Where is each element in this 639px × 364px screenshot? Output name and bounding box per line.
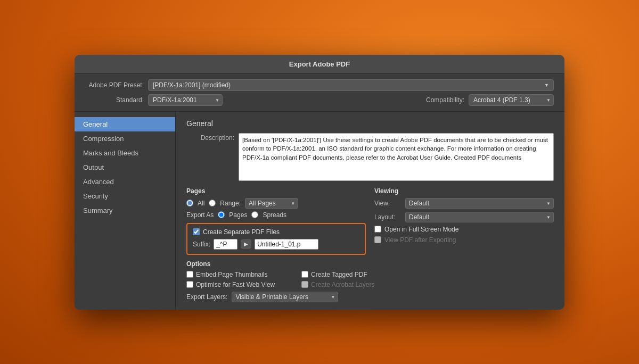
spreads-radio[interactable] (251, 211, 258, 218)
preset-row: Adobe PDF Preset: [PDF/X-1a:2001] (modif… (85, 79, 554, 91)
col-left: Pages All Range: All Pages Expo (186, 187, 366, 255)
sidebar-item-summary[interactable]: Summary (75, 203, 175, 218)
content-panel: General Description: [Based on '[PDF/X-1… (176, 112, 564, 310)
suffix-arrow-btn[interactable]: ▶ (241, 239, 251, 249)
pages-radio[interactable] (218, 211, 225, 218)
view-select[interactable]: Default (405, 198, 554, 209)
options-group-title: Options (186, 260, 554, 268)
two-col: Pages All Range: All Pages Expo (186, 187, 554, 255)
all-radio-label: All (198, 200, 204, 207)
layers-select-wrap: Visible & Printable Layers Visible Layer… (232, 292, 338, 302)
create-tagged-label: Create Tagged PDF (311, 271, 367, 278)
standard-label: Standard: (85, 96, 144, 104)
optimise-checkbox[interactable] (186, 281, 193, 288)
opt-row-2: Optimise for Fast Web View Create Acroba… (186, 281, 554, 288)
dialog-title: Export Adobe PDF (289, 60, 350, 68)
opt-row-1: Embed Page Thumbnails Create Tagged PDF (186, 271, 554, 278)
suffix-row: Suffix: ▶ (193, 239, 359, 250)
description-label: Description: (186, 133, 234, 142)
compat-select[interactable]: Acrobat 4 (PDF 1.3) (469, 94, 554, 106)
options-section: Options Embed Page Thumbnails Create Tag… (186, 260, 554, 302)
preset-value: [PDF/X-1a:2001] (modified) (153, 81, 231, 89)
title-bar: Export Adobe PDF (75, 55, 564, 74)
layers-select[interactable]: Visible & Printable Layers Visible Layer… (232, 292, 338, 302)
range-radio[interactable] (209, 200, 216, 206)
export-layers-label: Export Layers: (186, 293, 227, 301)
optimise-label: Optimise for Fast Web View (196, 281, 275, 288)
view-after-checkbox (374, 236, 381, 243)
suffix-input[interactable] (214, 239, 237, 250)
full-screen-row: Open in Full Screen Mode (374, 226, 554, 233)
export-layers-row: Export Layers: Visible & Printable Layer… (186, 292, 554, 302)
export-as-label: Export As (186, 211, 214, 219)
view-select-wrap: Default (405, 198, 554, 209)
suffix-preview[interactable] (255, 239, 318, 250)
create-acrobat-check: Create Acrobat Layers (301, 281, 408, 288)
create-acrobat-checkbox (301, 281, 308, 288)
preset-arrow-icon: ▼ (544, 82, 549, 88)
preset-label: Adobe PDF Preset: (85, 81, 144, 89)
range-select-wrap: All Pages (245, 198, 298, 209)
sidebar: General Compression Marks and Bleeds Out… (75, 112, 176, 310)
create-separate-row: Create Separate PDF Files (193, 228, 359, 236)
export-as-row: Export As Pages Spreads (186, 211, 366, 219)
col-right: Viewing View: Default Layout: (374, 187, 554, 255)
highlighted-box: Create Separate PDF Files Suffix: ▶ (186, 223, 366, 255)
layout-select[interactable]: Default (405, 212, 554, 222)
std-compat-row: Standard: PDF/X-1a:2001 Compatibility: A… (85, 94, 554, 106)
embed-thumbnails-check: Embed Page Thumbnails (186, 271, 293, 278)
sidebar-item-advanced[interactable]: Advanced (75, 175, 175, 189)
export-pdf-dialog: Export Adobe PDF Adobe PDF Preset: [PDF/… (75, 55, 564, 310)
create-tagged-check: Create Tagged PDF (301, 271, 408, 278)
create-tagged-checkbox[interactable] (301, 271, 308, 278)
full-screen-label: Open in Full Screen Mode (384, 226, 458, 233)
optimise-check: Optimise for Fast Web View (186, 281, 293, 288)
sidebar-item-compression[interactable]: Compression (75, 131, 175, 146)
range-select[interactable]: All Pages (245, 198, 298, 209)
compat-label: Compatibility: (426, 96, 464, 104)
compat-select-wrap: Acrobat 4 (PDF 1.3) (469, 94, 554, 106)
view-label: View: (374, 200, 401, 207)
description-text: [Based on '[PDF/X-1a:2001]'] Use these s… (242, 137, 548, 161)
embed-thumbnails-checkbox[interactable] (186, 271, 193, 278)
create-acrobat-label: Create Acrobat Layers (311, 281, 374, 288)
main-body: General Compression Marks and Bleeds Out… (75, 112, 564, 310)
sidebar-item-general[interactable]: General (75, 117, 175, 131)
spreads-radio-label: Spreads (263, 211, 286, 219)
standard-select-wrap: PDF/X-1a:2001 (148, 94, 223, 106)
description-box[interactable]: [Based on '[PDF/X-1a:2001]'] Use these s… (239, 133, 554, 181)
view-after-row: View PDF after Exporting (374, 236, 554, 244)
viewing-group-title: Viewing (374, 187, 554, 195)
standard-select[interactable]: PDF/X-1a:2001 (148, 94, 223, 106)
pages-group-title: Pages (186, 187, 366, 195)
layout-row: Layout: Default (374, 212, 554, 222)
sidebar-item-marks-bleeds[interactable]: Marks and Bleeds (75, 146, 175, 160)
embed-thumbnails-label: Embed Page Thumbnails (196, 271, 268, 278)
section-title: General (186, 119, 554, 128)
preset-dropdown[interactable]: [PDF/X-1a:2001] (modified) ▼ (148, 79, 554, 91)
sidebar-item-security[interactable]: Security (75, 189, 175, 203)
view-after-label: View PDF after Exporting (384, 236, 456, 244)
pages-radio-label: Pages (229, 211, 247, 219)
create-separate-label: Create Separate PDF Files (203, 228, 280, 236)
suffix-label: Suffix: (193, 241, 210, 248)
create-separate-checkbox[interactable] (193, 228, 200, 235)
layout-label: Layout: (374, 213, 401, 221)
top-controls: Adobe PDF Preset: [PDF/X-1a:2001] (modif… (75, 74, 564, 112)
layout-select-wrap: Default (405, 212, 554, 222)
description-row: Description: [Based on '[PDF/X-1a:2001]'… (186, 133, 554, 181)
full-screen-checkbox[interactable] (374, 226, 381, 233)
view-row: View: Default (374, 198, 554, 209)
pages-all-row: All Range: All Pages (186, 198, 366, 209)
sidebar-item-output[interactable]: Output (75, 160, 175, 175)
all-radio[interactable] (186, 200, 193, 206)
range-label: Range: (220, 200, 241, 207)
